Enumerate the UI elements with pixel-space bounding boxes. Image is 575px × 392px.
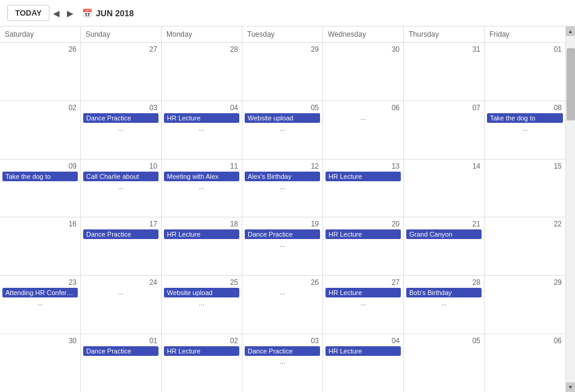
- day-cell: 01Dance Practice: [81, 334, 162, 392]
- calendar-wrapper: SaturdaySundayMondayTuesdayWednesdayThur…: [0, 26, 575, 392]
- more-events-dots[interactable]: ...: [83, 124, 159, 132]
- day-cell: 13HR Lecture: [323, 160, 404, 217]
- day-number: 22: [487, 219, 563, 229]
- day-cell: 26: [0, 43, 81, 101]
- day-header-monday: Monday: [162, 26, 242, 42]
- scroll-up-button[interactable]: ▲: [566, 26, 576, 36]
- day-cell: 07: [404, 101, 485, 159]
- day-number: 08: [487, 102, 563, 113]
- prev-button[interactable]: ◀: [49, 6, 63, 20]
- day-number: 05: [406, 335, 482, 346]
- more-events-dots[interactable]: ...: [325, 113, 401, 122]
- month-title: 📅 JUN 2018: [82, 8, 134, 18]
- day-number: 04: [164, 102, 239, 113]
- calendar-event[interactable]: Dance Practice: [83, 229, 159, 239]
- day-cell: 14: [404, 160, 485, 217]
- calendar-event[interactable]: Dance Practice: [83, 113, 159, 123]
- day-number: 30: [325, 44, 401, 55]
- more-events-dots[interactable]: ...: [83, 182, 159, 191]
- day-number: 15: [487, 161, 563, 172]
- day-number: 28: [406, 277, 482, 288]
- day-number: 27: [325, 277, 401, 288]
- calendar-event[interactable]: HR Lecture: [325, 172, 401, 181]
- calendar-event[interactable]: Dance Practice: [245, 346, 320, 356]
- day-number: 04: [325, 335, 401, 346]
- calendar-event[interactable]: Website upload: [245, 113, 320, 123]
- day-cell: 27: [81, 43, 162, 101]
- calendar-event[interactable]: Attending HR Conference: [2, 288, 78, 297]
- calendar-event[interactable]: Take the dog to: [487, 113, 563, 123]
- day-number: 06: [325, 102, 401, 113]
- day-number: 01: [487, 44, 563, 55]
- day-cell: 04HR Lecture...: [162, 101, 242, 159]
- day-number: 21: [406, 219, 482, 229]
- day-number: 19: [245, 219, 320, 229]
- day-number: 20: [325, 219, 401, 229]
- calendar-event[interactable]: HR Lecture: [164, 229, 239, 239]
- more-events-dots[interactable]: ...: [164, 124, 239, 132]
- scroll-thumb[interactable]: [567, 48, 575, 120]
- calendar-event[interactable]: Website upload: [164, 288, 239, 297]
- calendar-event[interactable]: Bob's Birthday: [406, 288, 482, 297]
- more-events-dots[interactable]: ...: [164, 182, 239, 191]
- day-number: 17: [83, 219, 159, 229]
- day-cell: 09Take the dog to: [0, 160, 81, 217]
- today-button[interactable]: TODAY: [7, 5, 49, 21]
- more-events-dots[interactable]: ...: [245, 240, 320, 249]
- more-events-dots[interactable]: ...: [406, 299, 482, 307]
- more-events-dots[interactable]: ...: [245, 357, 320, 366]
- day-number: 23: [2, 277, 78, 288]
- calendar-event[interactable]: Call Charlie about: [83, 172, 159, 181]
- more-events-dots[interactable]: ...: [83, 288, 159, 296]
- day-cell: 29: [242, 43, 323, 101]
- day-cell: 15: [485, 160, 565, 217]
- day-number: 31: [406, 44, 482, 55]
- day-cell: 06...: [323, 101, 404, 159]
- more-events-dots[interactable]: ...: [245, 182, 320, 191]
- day-number: 10: [83, 161, 159, 172]
- scroll-down-button[interactable]: ▼: [566, 382, 576, 392]
- more-events-dots[interactable]: ...: [164, 299, 239, 307]
- day-cell: 05: [404, 334, 485, 392]
- calendar-event[interactable]: HR Lecture: [325, 229, 401, 239]
- day-cell: 03Dance Practice...: [242, 334, 323, 392]
- day-cell: 29: [485, 276, 565, 334]
- day-number: 25: [164, 277, 239, 288]
- day-cell: 19Dance Practice...: [242, 217, 323, 275]
- day-number: 30: [2, 335, 78, 346]
- more-events-dots[interactable]: ...: [325, 299, 401, 307]
- day-cell: 30: [0, 334, 81, 392]
- calendar-event[interactable]: Dance Practice: [83, 346, 159, 356]
- more-events-dots[interactable]: ...: [2, 299, 78, 307]
- calendar-event[interactable]: HR Lecture: [325, 288, 401, 297]
- day-cell: 24...: [81, 276, 162, 334]
- calendar-event[interactable]: HR Lecture: [164, 346, 239, 356]
- calendar-event[interactable]: HR Lecture: [164, 113, 239, 123]
- day-number: 16: [2, 219, 78, 229]
- day-header-thursday: Thursday: [404, 26, 485, 42]
- day-cell: 20HR Lecture: [323, 217, 404, 275]
- more-events-dots[interactable]: ...: [245, 288, 320, 296]
- calendar-event[interactable]: HR Lecture: [325, 346, 401, 356]
- day-cell: 10Call Charlie about...: [81, 160, 162, 217]
- day-number: 29: [487, 277, 563, 288]
- day-cell: 28: [162, 43, 242, 101]
- day-cell: 16: [0, 217, 81, 275]
- day-number: 03: [245, 335, 320, 346]
- calendar-event[interactable]: Dance Practice: [245, 229, 320, 239]
- calendar-event[interactable]: Meeting with Alex: [164, 172, 239, 181]
- next-button[interactable]: ▶: [63, 6, 77, 20]
- day-number: 13: [325, 161, 401, 172]
- day-number: 11: [164, 161, 239, 172]
- day-number: 03: [83, 102, 159, 113]
- day-cell: 25Website upload...: [162, 276, 242, 334]
- day-header-saturday: Saturday: [0, 26, 81, 42]
- calendar-event[interactable]: Grand Canyon: [406, 229, 482, 239]
- more-events-dots[interactable]: ...: [245, 124, 320, 132]
- weeks-container: 262728293031010203Dance Practice...04HR …: [0, 43, 565, 392]
- more-events-dots[interactable]: ...: [487, 124, 563, 132]
- calendar-event[interactable]: Take the dog to: [2, 172, 78, 181]
- week-row-3: 1617Dance Practice18HR Lecture19Dance Pr…: [0, 217, 565, 276]
- calendar-event[interactable]: Alex's Birthday: [245, 172, 320, 181]
- day-number: 24: [83, 277, 159, 288]
